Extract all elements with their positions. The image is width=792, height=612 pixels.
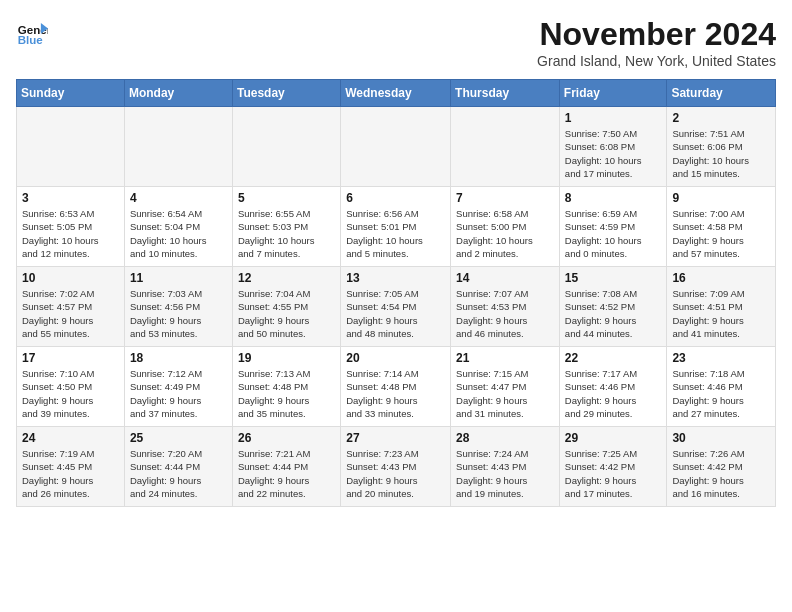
calendar-day-12: 12Sunrise: 7:04 AM Sunset: 4:55 PM Dayli… [232, 267, 340, 347]
calendar-day-17: 17Sunrise: 7:10 AM Sunset: 4:50 PM Dayli… [17, 347, 125, 427]
day-number: 18 [130, 351, 227, 365]
calendar-week-row: 10Sunrise: 7:02 AM Sunset: 4:57 PM Dayli… [17, 267, 776, 347]
day-info: Sunrise: 7:12 AM Sunset: 4:49 PM Dayligh… [130, 367, 227, 420]
calendar-day-11: 11Sunrise: 7:03 AM Sunset: 4:56 PM Dayli… [124, 267, 232, 347]
calendar-day-2: 2Sunrise: 7:51 AM Sunset: 6:06 PM Daylig… [667, 107, 776, 187]
day-info: Sunrise: 6:53 AM Sunset: 5:05 PM Dayligh… [22, 207, 119, 260]
weekday-header-monday: Monday [124, 80, 232, 107]
calendar-day-26: 26Sunrise: 7:21 AM Sunset: 4:44 PM Dayli… [232, 427, 340, 507]
day-info: Sunrise: 7:15 AM Sunset: 4:47 PM Dayligh… [456, 367, 554, 420]
day-info: Sunrise: 7:24 AM Sunset: 4:43 PM Dayligh… [456, 447, 554, 500]
calendar-day-5: 5Sunrise: 6:55 AM Sunset: 5:03 PM Daylig… [232, 187, 340, 267]
calendar-day-18: 18Sunrise: 7:12 AM Sunset: 4:49 PM Dayli… [124, 347, 232, 427]
page-header: General Blue November 2024 Grand Island,… [16, 16, 776, 69]
day-info: Sunrise: 7:50 AM Sunset: 6:08 PM Dayligh… [565, 127, 662, 180]
day-number: 22 [565, 351, 662, 365]
svg-text:Blue: Blue [18, 34, 44, 46]
weekday-header-sunday: Sunday [17, 80, 125, 107]
month-title: November 2024 [537, 16, 776, 53]
day-number: 29 [565, 431, 662, 445]
day-info: Sunrise: 6:56 AM Sunset: 5:01 PM Dayligh… [346, 207, 445, 260]
logo-icon: General Blue [16, 16, 48, 48]
weekday-header-tuesday: Tuesday [232, 80, 340, 107]
day-number: 27 [346, 431, 445, 445]
day-number: 8 [565, 191, 662, 205]
calendar-day-29: 29Sunrise: 7:25 AM Sunset: 4:42 PM Dayli… [559, 427, 667, 507]
calendar-day-1: 1Sunrise: 7:50 AM Sunset: 6:08 PM Daylig… [559, 107, 667, 187]
day-number: 4 [130, 191, 227, 205]
day-number: 13 [346, 271, 445, 285]
logo: General Blue [16, 16, 48, 48]
day-info: Sunrise: 7:14 AM Sunset: 4:48 PM Dayligh… [346, 367, 445, 420]
location: Grand Island, New York, United States [537, 53, 776, 69]
day-info: Sunrise: 6:55 AM Sunset: 5:03 PM Dayligh… [238, 207, 335, 260]
day-number: 17 [22, 351, 119, 365]
calendar-day-6: 6Sunrise: 6:56 AM Sunset: 5:01 PM Daylig… [341, 187, 451, 267]
title-block: November 2024 Grand Island, New York, Un… [537, 16, 776, 69]
day-number: 5 [238, 191, 335, 205]
day-info: Sunrise: 7:07 AM Sunset: 4:53 PM Dayligh… [456, 287, 554, 340]
calendar-day-20: 20Sunrise: 7:14 AM Sunset: 4:48 PM Dayli… [341, 347, 451, 427]
day-number: 16 [672, 271, 770, 285]
day-info: Sunrise: 6:58 AM Sunset: 5:00 PM Dayligh… [456, 207, 554, 260]
calendar-day-27: 27Sunrise: 7:23 AM Sunset: 4:43 PM Dayli… [341, 427, 451, 507]
day-info: Sunrise: 7:51 AM Sunset: 6:06 PM Dayligh… [672, 127, 770, 180]
day-info: Sunrise: 7:03 AM Sunset: 4:56 PM Dayligh… [130, 287, 227, 340]
day-info: Sunrise: 7:19 AM Sunset: 4:45 PM Dayligh… [22, 447, 119, 500]
calendar-day-14: 14Sunrise: 7:07 AM Sunset: 4:53 PM Dayli… [451, 267, 560, 347]
day-info: Sunrise: 7:00 AM Sunset: 4:58 PM Dayligh… [672, 207, 770, 260]
day-info: Sunrise: 7:20 AM Sunset: 4:44 PM Dayligh… [130, 447, 227, 500]
day-number: 19 [238, 351, 335, 365]
weekday-header-saturday: Saturday [667, 80, 776, 107]
calendar-table: SundayMondayTuesdayWednesdayThursdayFrid… [16, 79, 776, 507]
day-number: 25 [130, 431, 227, 445]
calendar-day-22: 22Sunrise: 7:17 AM Sunset: 4:46 PM Dayli… [559, 347, 667, 427]
day-number: 24 [22, 431, 119, 445]
calendar-empty-cell [341, 107, 451, 187]
day-number: 11 [130, 271, 227, 285]
day-number: 28 [456, 431, 554, 445]
day-number: 15 [565, 271, 662, 285]
weekday-header-wednesday: Wednesday [341, 80, 451, 107]
day-number: 30 [672, 431, 770, 445]
calendar-day-25: 25Sunrise: 7:20 AM Sunset: 4:44 PM Dayli… [124, 427, 232, 507]
day-number: 10 [22, 271, 119, 285]
day-number: 1 [565, 111, 662, 125]
calendar-day-30: 30Sunrise: 7:26 AM Sunset: 4:42 PM Dayli… [667, 427, 776, 507]
day-info: Sunrise: 7:25 AM Sunset: 4:42 PM Dayligh… [565, 447, 662, 500]
calendar-day-23: 23Sunrise: 7:18 AM Sunset: 4:46 PM Dayli… [667, 347, 776, 427]
calendar-empty-cell [451, 107, 560, 187]
weekday-header-thursday: Thursday [451, 80, 560, 107]
day-number: 23 [672, 351, 770, 365]
calendar-empty-cell [232, 107, 340, 187]
weekday-header-row: SundayMondayTuesdayWednesdayThursdayFrid… [17, 80, 776, 107]
calendar-week-row: 3Sunrise: 6:53 AM Sunset: 5:05 PM Daylig… [17, 187, 776, 267]
day-info: Sunrise: 7:23 AM Sunset: 4:43 PM Dayligh… [346, 447, 445, 500]
day-info: Sunrise: 6:54 AM Sunset: 5:04 PM Dayligh… [130, 207, 227, 260]
calendar-day-9: 9Sunrise: 7:00 AM Sunset: 4:58 PM Daylig… [667, 187, 776, 267]
day-number: 2 [672, 111, 770, 125]
calendar-day-24: 24Sunrise: 7:19 AM Sunset: 4:45 PM Dayli… [17, 427, 125, 507]
day-number: 7 [456, 191, 554, 205]
calendar-day-13: 13Sunrise: 7:05 AM Sunset: 4:54 PM Dayli… [341, 267, 451, 347]
day-info: Sunrise: 7:26 AM Sunset: 4:42 PM Dayligh… [672, 447, 770, 500]
day-info: Sunrise: 7:02 AM Sunset: 4:57 PM Dayligh… [22, 287, 119, 340]
calendar-empty-cell [17, 107, 125, 187]
day-number: 14 [456, 271, 554, 285]
day-number: 12 [238, 271, 335, 285]
day-info: Sunrise: 7:05 AM Sunset: 4:54 PM Dayligh… [346, 287, 445, 340]
day-info: Sunrise: 7:13 AM Sunset: 4:48 PM Dayligh… [238, 367, 335, 420]
calendar-day-10: 10Sunrise: 7:02 AM Sunset: 4:57 PM Dayli… [17, 267, 125, 347]
calendar-day-19: 19Sunrise: 7:13 AM Sunset: 4:48 PM Dayli… [232, 347, 340, 427]
calendar-day-16: 16Sunrise: 7:09 AM Sunset: 4:51 PM Dayli… [667, 267, 776, 347]
day-number: 20 [346, 351, 445, 365]
calendar-day-15: 15Sunrise: 7:08 AM Sunset: 4:52 PM Dayli… [559, 267, 667, 347]
calendar-day-7: 7Sunrise: 6:58 AM Sunset: 5:00 PM Daylig… [451, 187, 560, 267]
calendar-day-21: 21Sunrise: 7:15 AM Sunset: 4:47 PM Dayli… [451, 347, 560, 427]
day-number: 3 [22, 191, 119, 205]
calendar-day-3: 3Sunrise: 6:53 AM Sunset: 5:05 PM Daylig… [17, 187, 125, 267]
calendar-empty-cell [124, 107, 232, 187]
weekday-header-friday: Friday [559, 80, 667, 107]
calendar-day-4: 4Sunrise: 6:54 AM Sunset: 5:04 PM Daylig… [124, 187, 232, 267]
day-info: Sunrise: 7:08 AM Sunset: 4:52 PM Dayligh… [565, 287, 662, 340]
